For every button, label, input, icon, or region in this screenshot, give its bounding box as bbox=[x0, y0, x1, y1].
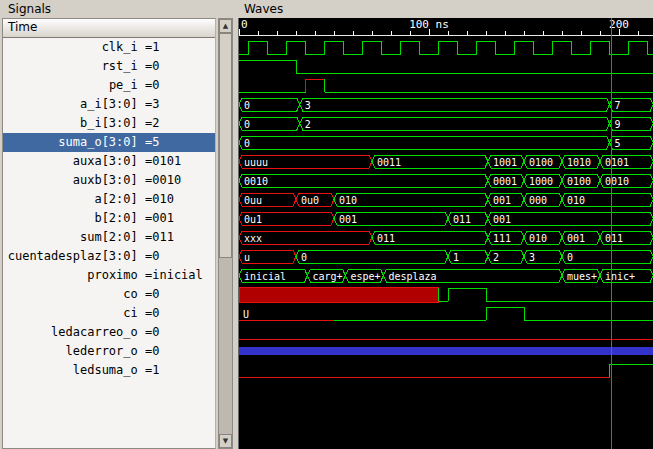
signal-row-suma_o30[interactable]: suma_o[3:0] =5 bbox=[3, 133, 215, 152]
wave-value-label: 0001 bbox=[493, 176, 517, 187]
scrollbar-thumb[interactable] bbox=[219, 33, 232, 258]
signal-value: =0 bbox=[145, 285, 215, 304]
signal-value: =inicial bbox=[145, 266, 215, 285]
signal-name: auxb[3:0] bbox=[3, 171, 145, 190]
wave-value-label: 3 bbox=[305, 100, 311, 111]
signal-row-co[interactable]: co =0 bbox=[3, 285, 215, 304]
wave-value-label: 011 bbox=[605, 233, 623, 244]
signal-value: =0 bbox=[145, 76, 215, 95]
wave-value-label: espe+ bbox=[350, 271, 380, 282]
wave-value-label: 001 bbox=[567, 233, 585, 244]
signal-name: sum[2:0] bbox=[3, 228, 145, 247]
signal-row-b20[interactable]: b[2:0] =001 bbox=[3, 209, 215, 228]
signal-row-a20[interactable]: a[2:0] =010 bbox=[3, 190, 215, 209]
wave-value-label: 9 bbox=[615, 119, 621, 130]
wave-row-b: 0u1001011001 bbox=[239, 212, 653, 225]
wave-row-ci: U bbox=[239, 307, 653, 320]
wave-value-label: 0100 bbox=[529, 157, 553, 168]
signal-value: =1 bbox=[145, 38, 215, 57]
signal-name: b_i[3:0] bbox=[3, 114, 145, 133]
wave-value-label: 0 bbox=[567, 252, 573, 263]
wave-value-label: 1000 bbox=[529, 176, 553, 187]
signal-row-auxa30[interactable]: auxa[3:0] =0101 bbox=[3, 152, 215, 171]
signal-row-lederror_o[interactable]: lederror_o =0 bbox=[3, 342, 215, 361]
signal-value: =3 bbox=[145, 95, 215, 114]
timeline: 0100 ns200 bbox=[239, 18, 653, 35]
wave-value-label: 0u1 bbox=[244, 214, 262, 225]
wave-value-label: 001 bbox=[339, 214, 357, 225]
scroll-down-icon[interactable]: ▼ bbox=[219, 434, 232, 448]
wave-value-label: 3 bbox=[529, 252, 535, 263]
wave-value-label: 0010 bbox=[244, 176, 268, 187]
signal-name: clk_i bbox=[3, 38, 145, 57]
timeline-label: 0 bbox=[241, 18, 248, 31]
wave-value-label: 0010 bbox=[605, 176, 629, 187]
signal-row-rst_i[interactable]: rst_i =0 bbox=[3, 57, 215, 76]
wave-row-a_i: 037 bbox=[239, 98, 653, 111]
wave-value-label: 0 bbox=[244, 138, 250, 149]
signal-row-ledacarreo_o[interactable]: ledacarreo_o =0 bbox=[3, 323, 215, 342]
wave-value-label: 000 bbox=[529, 195, 547, 206]
wave-value-label: 0100 bbox=[567, 176, 591, 187]
wave-value-label: inic+ bbox=[605, 271, 635, 282]
wave-value-label: 0 bbox=[244, 119, 250, 130]
timeline-label: 100 ns bbox=[409, 18, 449, 31]
wave-value-label: 001 bbox=[493, 214, 511, 225]
wave-value-label: U bbox=[243, 309, 249, 320]
gtkwave-window: { "signals": { "title": "Signals", "head… bbox=[0, 0, 653, 449]
wave-row-a: 0uu0u0010001000010 bbox=[239, 193, 653, 206]
wave-value-label: 011 bbox=[377, 233, 395, 244]
wave-row-auxb: 00100001100001000010 bbox=[239, 174, 653, 187]
signal-value: =0 bbox=[145, 247, 215, 266]
signal-row-cuentadesplaz30[interactable]: cuentadesplaz[3:0] =0 bbox=[3, 247, 215, 266]
scroll-up-icon[interactable]: ▲ bbox=[219, 19, 232, 33]
signals-list: clk_i =1rst_i =0pe_i =0a_i[3:0] =3b_i[3:… bbox=[3, 38, 215, 380]
wave-row-cuentadesplaz: u01230 bbox=[239, 250, 653, 263]
wave-value-label: 0u0 bbox=[301, 195, 319, 206]
signal-name: rst_i bbox=[3, 57, 145, 76]
signal-name: cuentadesplaz[3:0] bbox=[3, 247, 145, 266]
wave-value-label: 0uu bbox=[244, 195, 262, 206]
signal-name: ledacarreo_o bbox=[3, 323, 145, 342]
wave-value-label: mues+ bbox=[567, 271, 597, 282]
signal-row-ci[interactable]: ci =0 bbox=[3, 304, 215, 323]
wave-value-label: 1010 bbox=[567, 157, 591, 168]
signal-row-clk_i[interactable]: clk_i =1 bbox=[3, 38, 215, 57]
wave-value-label: 010 bbox=[339, 195, 357, 206]
wave-row-proximo: inicialcarg+espe+desplazamues+inic+ bbox=[239, 269, 653, 282]
wave-value-label: 1 bbox=[453, 252, 459, 263]
wave-row-suma_o: 05 bbox=[239, 136, 653, 149]
signal-value: =0 bbox=[145, 304, 215, 323]
signals-scrollbar[interactable]: ▲ ▼ bbox=[218, 18, 233, 449]
wave-canvas[interactable]: 0100 ns20003702905uuuu001110010100101001… bbox=[239, 18, 653, 449]
signal-value: =0 bbox=[145, 57, 215, 76]
signal-row-auxb30[interactable]: auxb[3:0] =0010 bbox=[3, 171, 215, 190]
signal-name: a[2:0] bbox=[3, 190, 145, 209]
signal-row-a_i30[interactable]: a_i[3:0] =3 bbox=[3, 95, 215, 114]
signal-row-ledsuma_o[interactable]: ledsuma_o =1 bbox=[3, 361, 215, 380]
signal-row-sum20[interactable]: sum[2:0] =011 bbox=[3, 228, 215, 247]
wave-value-label: 111 bbox=[493, 233, 511, 244]
wave-value-label: 2 bbox=[305, 119, 311, 130]
signal-name: ledsuma_o bbox=[3, 361, 145, 380]
wave-value-label: desplaza bbox=[388, 271, 436, 282]
wave-row-ledsuma_o bbox=[239, 364, 653, 377]
wave-row-clk_i bbox=[239, 41, 653, 54]
wave-row-pe_i bbox=[239, 79, 653, 92]
signal-row-b_i30[interactable]: b_i[3:0] =2 bbox=[3, 114, 215, 133]
signal-value: =5 bbox=[145, 133, 215, 152]
signal-value: =0 bbox=[145, 342, 215, 361]
signal-value: =001 bbox=[145, 209, 215, 228]
waves-panel[interactable]: 0100 ns20003702905uuuu001110010100101001… bbox=[238, 18, 653, 449]
signal-row-proximo[interactable]: proximo =inicial bbox=[3, 266, 215, 285]
signal-name: pe_i bbox=[3, 76, 145, 95]
wave-row-b_i: 029 bbox=[239, 117, 653, 130]
wave-value-label: inicial bbox=[244, 271, 286, 282]
signal-name: ci bbox=[3, 304, 145, 323]
signal-value: =0101 bbox=[145, 152, 215, 171]
wave-value-label: 0011 bbox=[377, 157, 401, 168]
signal-row-pe_i[interactable]: pe_i =0 bbox=[3, 76, 215, 95]
signal-name: lederror_o bbox=[3, 342, 145, 361]
signal-value: =1 bbox=[145, 361, 215, 380]
wave-value-label: 0 bbox=[301, 252, 307, 263]
